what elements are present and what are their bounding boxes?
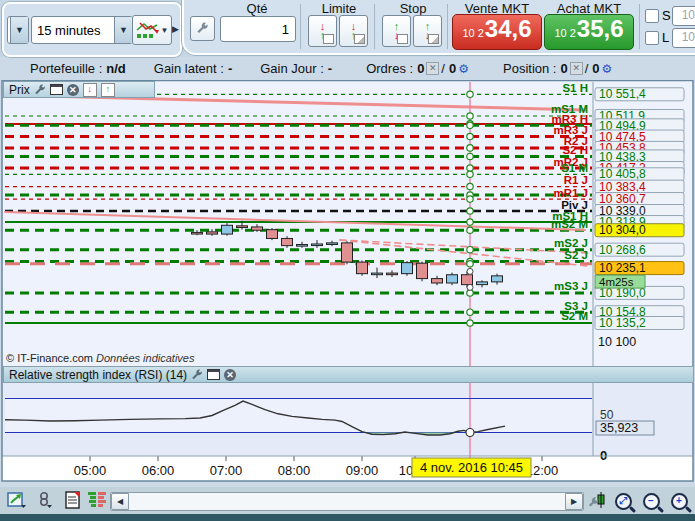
limite-order-button-2[interactable]: ↓↑: [339, 15, 368, 47]
order-page-icon: [323, 34, 334, 44]
wrench-icon: [196, 22, 209, 35]
news-button[interactable]: [62, 490, 84, 510]
zoom-in-button[interactable]: +: [668, 491, 690, 511]
svg-text:05:00: 05:00: [74, 463, 107, 478]
cancel-orders-icon[interactable]: ✕: [426, 62, 439, 75]
scroll-left-button[interactable]: ◀: [111, 493, 129, 510]
time-scrollbar[interactable]: ◀ ▶: [110, 492, 584, 511]
gain-day-label: Gain Jour :: [260, 61, 324, 76]
svg-text:09:00: 09:00: [346, 463, 379, 478]
export-chart-button[interactable]: [6, 490, 28, 510]
svg-text:35,923: 35,923: [600, 421, 638, 435]
order-page-icon: [354, 34, 365, 44]
stop-loss-checkbox[interactable]: [645, 9, 659, 23]
chevron-down-icon[interactable]: ▼: [10, 17, 28, 43]
sell-market-button[interactable]: 10 2 34,6: [452, 14, 542, 50]
top-toolbar: ▼ 15 minutes ▼ ▼ ▶ Qté Lim: [0, 0, 695, 57]
svg-text:S2 H: S2 H: [562, 144, 588, 156]
limit-profit-checkbox[interactable]: [645, 31, 659, 45]
buy-market-button[interactable]: 10 2 35,6: [544, 14, 634, 50]
chart-style-button[interactable]: ▼: [132, 15, 172, 45]
svg-text:06:00: 06:00: [142, 463, 175, 478]
order-page-icon: [428, 34, 439, 44]
collapse-arrow-icon[interactable]: ▶: [172, 24, 179, 34]
position-qty: 0: [560, 61, 567, 76]
scroll-right-button[interactable]: ▶: [565, 493, 583, 510]
orders-gear-icon[interactable]: ⚙: [458, 62, 469, 76]
copyright-note: © IT-Finance.com Données indicatives: [6, 352, 194, 364]
instrument-combo[interactable]: ▼: [7, 16, 29, 44]
close-icon[interactable]: ✕: [224, 369, 236, 381]
stop-loss-label: S: [662, 8, 671, 23]
stop-label: Stop: [380, 1, 446, 16]
svg-text:07:00: 07:00: [210, 463, 243, 478]
stop-loss-input[interactable]: 10: [672, 6, 695, 26]
chevron-down-icon[interactable]: ▼: [114, 17, 132, 43]
svg-text:mR3 J: mR3 J: [553, 124, 588, 136]
svg-text:10 235,1: 10 235,1: [599, 261, 646, 275]
window-icon[interactable]: [207, 369, 220, 380]
stop-order-button-1[interactable]: ↑↓: [382, 15, 411, 47]
chart-settings-button[interactable]: [586, 490, 608, 510]
wrench-icon[interactable]: [191, 369, 203, 381]
svg-text:10 135,2: 10 135,2: [599, 316, 646, 330]
limit-profit-input[interactable]: 10: [672, 28, 695, 48]
window-icon[interactable]: [50, 84, 63, 95]
svg-text:mS2 J: mS2 J: [554, 237, 588, 249]
news-icon: [65, 491, 81, 509]
limite-order-button-1[interactable]: ↓↑: [308, 15, 337, 47]
limite-label: Limite: [306, 1, 372, 16]
zoom-out-icon: −: [643, 493, 660, 510]
trade-settings-button[interactable]: [190, 16, 215, 41]
qty-label: Qté: [220, 1, 294, 16]
svg-text:S1 H: S1 H: [562, 82, 588, 94]
svg-text:mS3 J: mS3 J: [554, 280, 588, 292]
buy-price-prefix: 10 2: [554, 27, 575, 39]
sell-arrow-icon[interactable]: ↓: [83, 83, 97, 97]
position-label: Position :: [503, 61, 556, 76]
rsi-panel-title: Relative strength index (RSI) (14): [9, 368, 187, 382]
order-page-icon: [397, 34, 408, 44]
svg-text:mR1 J: mR1 J: [553, 187, 588, 199]
wrench-candle-icon: [588, 491, 606, 509]
price-panel-header: Prix ✕ ↓ ↑: [3, 81, 155, 98]
gain-latent-label: Gain latent :: [154, 61, 224, 76]
svg-text:4 nov. 2016 10:45: 4 nov. 2016 10:45: [420, 460, 523, 475]
timeframe-select[interactable]: 15 minutes ▼: [31, 16, 133, 44]
svg-text:4m25s: 4m25s: [599, 276, 634, 288]
market-depth-button[interactable]: [86, 490, 108, 510]
svg-text:10 551,4: 10 551,4: [599, 87, 646, 101]
qty-input[interactable]: [220, 16, 296, 42]
svg-text:10 100: 10 100: [598, 335, 636, 349]
zoom-in-icon: +: [671, 493, 688, 510]
orders-open-count: 0: [417, 61, 424, 76]
bottom-toolbar: ◀ ▶ ⤢ − +: [0, 487, 695, 514]
chevron-down-icon: ▼: [161, 26, 169, 35]
trade-panel: Qté Limite ↓↑ ↓↑ Stop ↑↓ ↑↓ Vente MKT 10…: [182, 0, 695, 55]
export-arrow-icon: [7, 491, 27, 509]
candlestick-style-icon: [136, 21, 160, 39]
position-gear-icon[interactable]: ⚙: [602, 62, 613, 76]
close-position-icon[interactable]: ✕: [570, 62, 583, 75]
rsi-panel-header: Relative strength index (RSI) (14) ✕: [3, 366, 694, 383]
zoom-fit-button[interactable]: ⤢: [612, 491, 634, 511]
svg-text:10 268,6: 10 268,6: [599, 243, 646, 257]
stop-order-button-2[interactable]: ↑↓: [413, 15, 442, 47]
timeframe-group: ▼ 15 minutes ▼ ▼ ▶: [2, 2, 182, 57]
svg-text:R1 J: R1 J: [564, 174, 588, 186]
portfolio-value: n/d: [106, 61, 126, 76]
svg-text:mS2 M: mS2 M: [551, 218, 588, 230]
timeframe-value: 15 minutes: [37, 23, 101, 38]
sell-price-prefix: 10 2: [462, 27, 483, 39]
close-icon[interactable]: ✕: [67, 84, 79, 96]
link-tool-button[interactable]: [34, 490, 56, 510]
price-rsi-chart[interactable]: S1 HmS1 MmR3 HmR3 JR2 JS2 HmR2 JS1 MR1 J…: [0, 80, 695, 482]
svg-text:mR3 H: mR3 H: [552, 113, 588, 125]
svg-text:S2 M: S2 M: [561, 310, 588, 322]
zoom-out-button[interactable]: −: [640, 491, 662, 511]
wrench-icon[interactable]: [34, 84, 46, 96]
svg-text:S1 M: S1 M: [561, 162, 588, 174]
portfolio-label: Portefeuille :: [30, 61, 102, 76]
buy-arrow-icon[interactable]: ↑: [101, 83, 115, 97]
orders-exec-count: 0: [449, 61, 456, 76]
